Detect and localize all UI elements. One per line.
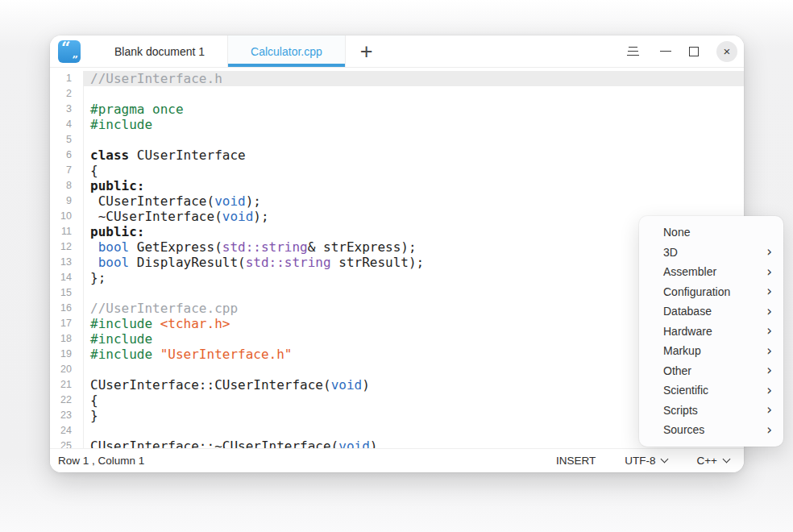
submenu-arrow-icon: › (766, 285, 772, 298)
code-line: 2 (50, 86, 744, 102)
menu-item-label: Markup (663, 344, 701, 357)
menu-item-label: Assembler (663, 265, 716, 278)
line-number: 22 (50, 393, 84, 408)
encoding-value: UTF-8 (625, 455, 655, 467)
line-number: 7 (50, 163, 84, 178)
code-line-text[interactable]: #include (84, 117, 744, 132)
line-number: 6 (50, 148, 84, 163)
line-number: 18 (50, 331, 84, 347)
language-value: C++ (696, 455, 717, 467)
token-typ: bool (98, 239, 130, 255)
line-number: 25 (50, 438, 84, 448)
token-pln (90, 255, 98, 270)
language-select[interactable]: C++ (696, 455, 729, 467)
token-pln: }; (90, 270, 106, 285)
token-pln: ) (370, 438, 378, 448)
line-number: 4 (50, 117, 84, 132)
line-number: 2 (50, 86, 84, 102)
menu-item-hardware[interactable]: Hardware› (639, 322, 783, 342)
token-pre: #include (90, 316, 160, 331)
line-number: 14 (50, 270, 84, 285)
token-pln: & strExpress); (308, 239, 417, 255)
minimize-icon[interactable] (660, 51, 671, 52)
code-line: 1//UserInterface.h (50, 71, 744, 86)
menu-item-scripts[interactable]: Scripts› (639, 401, 783, 421)
submenu-arrow-icon: › (766, 403, 772, 417)
token-pln: GetExpress( (129, 239, 222, 255)
hamburger-menu-icon[interactable] (623, 47, 642, 56)
line-number: 9 (50, 193, 84, 209)
line-number: 3 (50, 102, 84, 117)
submenu-arrow-icon: › (766, 245, 772, 259)
token-com: //UserInterface.h (90, 71, 222, 86)
line-number: 1 (50, 71, 84, 86)
line-number: 24 (50, 423, 84, 438)
token-pre: #include (90, 331, 152, 347)
new-tab-button[interactable]: + (360, 43, 373, 60)
maximize-icon[interactable] (689, 47, 699, 56)
code-line: 3#pragma once (50, 102, 744, 117)
token-typ: void (222, 209, 254, 224)
line-number: 8 (50, 178, 84, 193)
code-line-text[interactable]: class CUserInterface (84, 148, 744, 163)
submenu-arrow-icon: › (766, 265, 772, 279)
token-kw: class (90, 148, 129, 163)
chevron-down-icon (661, 455, 669, 463)
menu-item-scientific[interactable]: Scientific› (639, 380, 783, 401)
menu-item-none[interactable]: None (639, 222, 783, 243)
line-number: 16 (50, 301, 84, 316)
menu-item-label: Other (663, 364, 691, 377)
line-number: 10 (50, 209, 84, 224)
menu-item-label: Sources (663, 423, 704, 436)
quote-close-glyph: ” (73, 54, 78, 66)
code-line-text[interactable]: public: (84, 178, 744, 193)
token-str: "UserInterface.h" (160, 347, 293, 362)
menu-item-database[interactable]: Database› (639, 301, 783, 322)
token-pln: DisplayResult( (129, 255, 246, 270)
code-line: 7{ (50, 163, 744, 178)
menu-item-3d[interactable]: 3D› (639, 243, 783, 263)
code-line-text[interactable]: { (84, 163, 744, 178)
close-icon[interactable]: × (716, 41, 737, 62)
tab-calculator-cpp[interactable]: Calculator.cpp (227, 35, 346, 67)
menu-item-markup[interactable]: Markup› (639, 341, 783, 361)
code-line-text[interactable]: //UserInterface.h (84, 71, 744, 86)
tab-blank-document-1[interactable]: Blank document 1 (92, 35, 227, 67)
token-pln: { (90, 163, 98, 178)
encoding-select[interactable]: UTF-8 (625, 455, 667, 467)
line-number: 17 (50, 316, 84, 331)
insert-mode-indicator[interactable]: INSERT (556, 455, 596, 467)
line-number: 13 (50, 255, 84, 270)
code-line: 9 CUserInterface(void); (50, 193, 744, 209)
submenu-arrow-icon: › (766, 423, 772, 437)
token-typ: void (331, 377, 363, 393)
menu-item-other[interactable]: Other› (639, 361, 783, 381)
syntax-highlight-context-menu: None3D›Assembler›Configuration›Database›… (639, 216, 783, 447)
code-line-text[interactable]: CUserInterface(void); (84, 193, 744, 209)
quote-open-glyph: “ (61, 38, 71, 57)
token-pln: { (90, 393, 98, 408)
menu-item-sources[interactable]: Sources› (639, 420, 783, 440)
tab-bar: “ ” Blank document 1Calculator.cpp + × (50, 35, 744, 68)
menu-item-label: Scripts (663, 404, 698, 417)
menu-item-label: None (663, 226, 690, 239)
line-number: 5 (50, 132, 84, 148)
token-pre: #pragma once (90, 102, 184, 117)
menu-item-configuration[interactable]: Configuration› (639, 282, 783, 302)
submenu-arrow-icon: › (766, 364, 772, 377)
code-line-text[interactable] (84, 132, 744, 148)
tab-list: Blank document 1Calculator.cpp (92, 35, 346, 67)
token-pre: #include (90, 117, 152, 132)
line-number: 12 (50, 239, 84, 255)
window-controls: × (623, 35, 744, 67)
token-std: std::string (222, 239, 308, 255)
menu-item-label: Database (663, 305, 712, 318)
status-bar-right: INSERT UTF-8 C++ (556, 455, 729, 467)
code-line-text[interactable] (84, 86, 744, 102)
menu-item-assembler[interactable]: Assembler› (639, 262, 783, 282)
token-pln (90, 239, 98, 255)
app-quotes-icon: “ ” (58, 40, 81, 63)
submenu-arrow-icon: › (766, 384, 772, 397)
menu-item-label: Scientific (663, 384, 708, 397)
code-line-text[interactable]: #pragma once (84, 102, 744, 117)
